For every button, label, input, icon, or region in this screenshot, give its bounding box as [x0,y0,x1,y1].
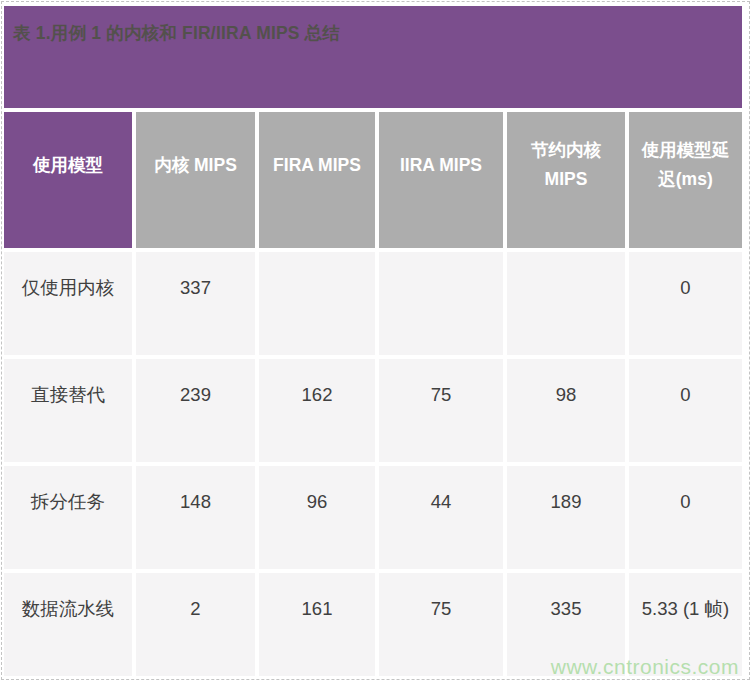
table-cell: 0 [629,359,742,462]
table-cell: 239 [136,359,255,462]
table-title: 表 1.用例 1 的内核和 FIR/IIRA MIPS 总结 [13,21,742,45]
table-cell: 148 [136,466,255,569]
table-cell: 0 [629,466,742,569]
column-header-iira-mips: IIRA MIPS [379,112,503,248]
table-cell [379,252,503,355]
figure-canvas: 表 1.用例 1 的内核和 FIR/IIRA MIPS 总结 使用模型 内核 M… [0,0,751,681]
column-header-core-mips: 内核 MIPS [136,112,255,248]
table-cell [507,252,625,355]
row-label: 数据流水线 [4,573,132,676]
mips-summary-table: 使用模型 内核 MIPS FIRA MIPS IIRA MIPS 节约内核 MI… [4,112,742,676]
table-cell: 162 [259,359,375,462]
column-header-saved-core-mips: 节约内核 MIPS [507,112,625,248]
table-title-bar: 表 1.用例 1 的内核和 FIR/IIRA MIPS 总结 [4,6,742,108]
row-label: 直接替代 [4,359,132,462]
column-header-fira-mips: FIRA MIPS [259,112,375,248]
table-cell: 2 [136,573,255,676]
table-cell: 96 [259,466,375,569]
table-cell: 0 [629,252,742,355]
row-label: 拆分任务 [4,466,132,569]
table-cell: 75 [379,359,503,462]
column-header-usage-model-latency: 使用模型延 迟(ms) [629,112,742,248]
watermark: www.cntronics.com [551,655,739,679]
table-cell: 75 [379,573,503,676]
row-label: 仅使用内核 [4,252,132,355]
table-cell: 98 [507,359,625,462]
table-cell [259,252,375,355]
table-cell: 337 [136,252,255,355]
column-header-usage-model: 使用模型 [4,112,132,248]
table-cell: 44 [379,466,503,569]
mips-summary-table-figure: 表 1.用例 1 的内核和 FIR/IIRA MIPS 总结 使用模型 内核 M… [4,6,742,676]
table-cell: 189 [507,466,625,569]
table-cell: 161 [259,573,375,676]
